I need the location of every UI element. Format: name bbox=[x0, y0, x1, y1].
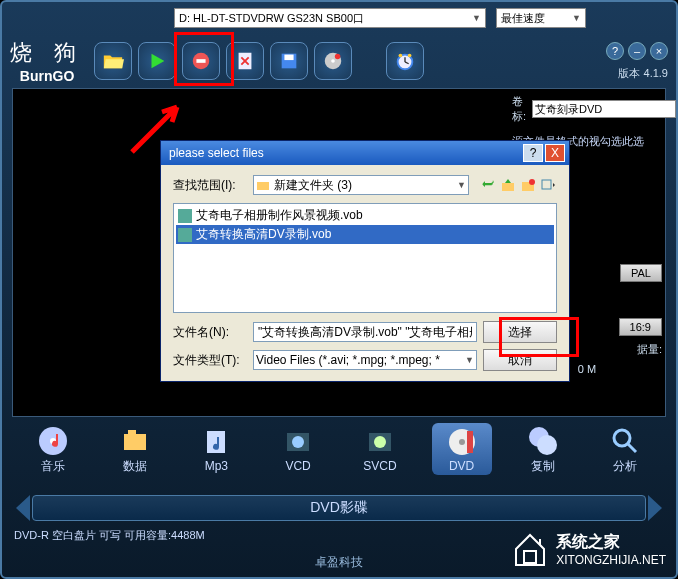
lookin-value: 新建文件夹 (3) bbox=[274, 177, 352, 194]
chevron-down-icon: ▼ bbox=[472, 13, 481, 23]
svg-point-24 bbox=[374, 436, 386, 448]
view-menu-icon bbox=[540, 177, 556, 193]
minimize-button[interactable]: – bbox=[628, 42, 646, 60]
company-footer: 卓盈科技 bbox=[2, 554, 676, 571]
video-file-icon bbox=[178, 228, 192, 242]
app-logo: 烧 狗 BurnGO bbox=[10, 38, 84, 84]
dialog-close-button[interactable]: X bbox=[545, 144, 565, 162]
watermark-cn: 系统之家 bbox=[556, 532, 666, 553]
file-list[interactable]: 艾奇电子相册制作风景视频.vob 艾奇转换高清DV录制.vob bbox=[173, 203, 557, 313]
remove-button[interactable] bbox=[182, 42, 220, 80]
video-file-icon bbox=[178, 209, 192, 223]
folder-open-icon bbox=[102, 50, 124, 72]
disc-burn-icon bbox=[322, 50, 344, 72]
floppy-icon bbox=[278, 50, 300, 72]
tab-data[interactable]: 数据 bbox=[105, 424, 165, 475]
dialog-titlebar[interactable]: please select files ? X bbox=[161, 141, 569, 165]
view-button[interactable] bbox=[539, 176, 557, 194]
tab-analyze[interactable]: 分析 bbox=[595, 424, 655, 475]
tab-mp3[interactable]: Mp3 bbox=[186, 425, 246, 473]
filename-input[interactable] bbox=[253, 322, 477, 342]
copy-disc-icon bbox=[526, 424, 560, 458]
volume-label: 卷标: bbox=[512, 94, 526, 124]
tab-dvd[interactable]: DVD bbox=[432, 423, 492, 475]
folder-icon bbox=[256, 178, 270, 192]
ratio-button[interactable]: 16:9 bbox=[619, 318, 662, 336]
select-button[interactable]: 选择 bbox=[483, 321, 557, 343]
chevron-down-icon: ▼ bbox=[465, 355, 474, 365]
svg-point-26 bbox=[459, 439, 465, 445]
data-folder-icon bbox=[118, 424, 152, 458]
clear-button[interactable] bbox=[226, 42, 264, 80]
svg-point-7 bbox=[335, 54, 341, 60]
top-bar: D: HL-DT-STDVDRW GS23N SB00口 ▼ 最佳速度 ▼ bbox=[2, 2, 676, 34]
play-icon bbox=[146, 50, 168, 72]
mp3-icon bbox=[199, 425, 233, 459]
speed-select[interactable]: 最佳速度 ▼ bbox=[496, 8, 586, 28]
new-folder-button[interactable] bbox=[519, 176, 537, 194]
device-value: D: HL-DT-STDVDRW GS23N SB00口 bbox=[179, 11, 364, 26]
music-disc-icon bbox=[36, 424, 70, 458]
close-button[interactable]: × bbox=[650, 42, 668, 60]
status-bar: DVD-R 空白盘片 可写 可用容量:4488M bbox=[14, 528, 205, 543]
main-window: D: HL-DT-STDVDRW GS23N SB00口 ▼ 最佳速度 ▼ 烧 … bbox=[0, 0, 678, 579]
svg-point-30 bbox=[614, 430, 630, 446]
toolbar bbox=[94, 42, 424, 80]
logo-cn: 烧 狗 bbox=[10, 38, 84, 68]
remove-icon bbox=[190, 50, 212, 72]
filetype-combo[interactable]: Video Files (*.avi; *.mpg; *.mpeg; *▼ bbox=[253, 350, 477, 370]
chevron-down-icon: ▼ bbox=[457, 180, 466, 190]
mode-tabs: 音乐 数据 Mp3 VCD SVCD DVD 复制 分析 bbox=[12, 421, 666, 477]
burn-button[interactable] bbox=[314, 42, 352, 80]
svg-point-29 bbox=[537, 435, 557, 455]
svg-rect-18 bbox=[124, 434, 146, 450]
dialog-help-button[interactable]: ? bbox=[523, 144, 543, 162]
tab-label: 音乐 bbox=[41, 458, 65, 475]
tab-music[interactable]: 音乐 bbox=[23, 424, 83, 475]
file-name: 艾奇转换高清DV录制.vob bbox=[196, 226, 331, 243]
file-item[interactable]: 艾奇电子相册制作风景视频.vob bbox=[176, 206, 554, 225]
folder-up-icon bbox=[500, 177, 516, 193]
analyze-icon bbox=[608, 424, 642, 458]
speed-value: 最佳速度 bbox=[501, 11, 545, 26]
size-value: 0 M bbox=[578, 363, 596, 375]
play-button[interactable] bbox=[138, 42, 176, 80]
tab-label: VCD bbox=[285, 459, 310, 473]
pal-button[interactable]: PAL bbox=[620, 264, 662, 282]
svg-point-10 bbox=[408, 54, 412, 58]
filetype-label: 文件类型(T): bbox=[173, 352, 247, 369]
tab-label: SVCD bbox=[363, 459, 396, 473]
svg-rect-19 bbox=[128, 430, 136, 436]
dialog-title: please select files bbox=[165, 146, 521, 160]
tab-copy[interactable]: 复制 bbox=[513, 424, 573, 475]
lookin-combo[interactable]: 新建文件夹 (3) ▼ bbox=[253, 175, 469, 195]
cancel-button[interactable]: 取消 bbox=[483, 349, 557, 371]
tab-label: DVD bbox=[449, 459, 474, 473]
file-name: 艾奇电子相册制作风景视频.vob bbox=[196, 207, 363, 224]
svg-rect-4 bbox=[285, 55, 294, 61]
up-button[interactable] bbox=[499, 176, 517, 194]
svg-rect-12 bbox=[502, 183, 514, 191]
device-select[interactable]: D: HL-DT-STDVDRW GS23N SB00口 ▼ bbox=[174, 8, 486, 28]
tab-label: 复制 bbox=[531, 458, 555, 475]
tab-label: Mp3 bbox=[205, 459, 228, 473]
svg-point-6 bbox=[331, 59, 335, 63]
filename-label: 文件名(N): bbox=[173, 324, 247, 341]
disc-type-bar[interactable]: DVD影碟 bbox=[32, 495, 646, 521]
volume-input[interactable] bbox=[532, 100, 676, 118]
help-button[interactable]: ? bbox=[606, 42, 624, 60]
file-item[interactable]: 艾奇转换高清DV录制.vob bbox=[176, 225, 554, 244]
tab-vcd[interactable]: VCD bbox=[268, 425, 328, 473]
timer-button[interactable] bbox=[386, 42, 424, 80]
clock-icon bbox=[394, 50, 416, 72]
tab-svcd[interactable]: SVCD bbox=[350, 425, 410, 473]
open-button[interactable] bbox=[94, 42, 132, 80]
new-folder-icon bbox=[520, 177, 536, 193]
svg-rect-15 bbox=[542, 180, 551, 189]
save-button[interactable] bbox=[270, 42, 308, 80]
window-controls: ? – × 版本 4.1.9 bbox=[606, 42, 668, 81]
logo-en: BurnGO bbox=[20, 68, 74, 84]
file-dialog: please select files ? X 查找范围(I): 新建文件夹 (… bbox=[160, 140, 570, 382]
svg-rect-1 bbox=[197, 59, 206, 63]
back-button[interactable]: ⮨ bbox=[479, 176, 497, 194]
